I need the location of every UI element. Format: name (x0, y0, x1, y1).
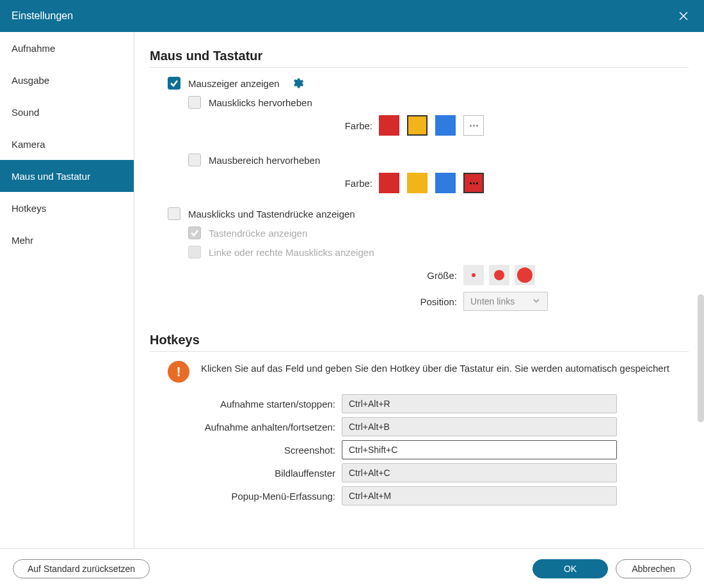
size-small[interactable] (463, 265, 484, 285)
click-color-swatches (379, 115, 484, 136)
swatch-area-more-colors[interactable] (463, 173, 484, 193)
swatch-red[interactable] (379, 115, 399, 136)
size-medium[interactable] (489, 265, 509, 285)
checkbox-show-keys (188, 226, 201, 239)
row-highlight-area: Mausbereich hervorheben (150, 154, 689, 166)
chevron-down-icon (532, 296, 541, 307)
sidebar: Aufnahme Ausgabe Sound Kamera Maus und T… (0, 32, 134, 548)
size-options (463, 265, 535, 285)
row-show-cursor: Mauszeiger anzeigen (150, 77, 689, 90)
sidebar-item-hotkeys[interactable]: Hotkeys (0, 192, 134, 224)
hotkey-label-scrollwin: Bildlauffenster (150, 468, 342, 479)
label-show-clicks-keys: Mausklicks und Tastendrücke anzeigen (188, 209, 355, 219)
check-icon (170, 79, 179, 88)
row-show-keys: Tastendrücke anzeigen (150, 226, 689, 239)
cursor-settings-button[interactable] (291, 77, 304, 90)
swatch-blue[interactable] (435, 115, 456, 136)
titlebar: Einstellungen (0, 0, 704, 32)
main-panel: Maus und Tastatur Mauszeiger anzeigen Ma… (134, 32, 704, 548)
scroll-area[interactable]: Maus und Tastatur Mauszeiger anzeigen Ma… (134, 32, 704, 548)
label-highlight-clicks: Mausklicks hervorheben (209, 97, 312, 108)
section-title-mouse: Maus und Tastatur (150, 49, 689, 68)
label-highlight-area: Mausbereich hervorheben (209, 155, 320, 166)
checkbox-show-lr-clicks (188, 246, 201, 258)
label-area-color: Farbe: (150, 178, 379, 189)
checkbox-show-cursor[interactable] (168, 77, 180, 90)
footer: Auf Standard zurücksetzen OK Abbrechen (0, 548, 704, 588)
label-size: Größe: (150, 270, 463, 281)
sidebar-item-kamera[interactable]: Kamera (0, 128, 134, 160)
row-show-lr-clicks: Linke oder rechte Mausklicks anzeigen (150, 246, 689, 258)
sidebar-item-sound[interactable]: Sound (0, 96, 134, 128)
area-color-swatches (379, 173, 484, 193)
sidebar-item-mehr[interactable]: Mehr (0, 224, 134, 256)
label-position: Position: (150, 296, 463, 307)
swatch-area-yellow[interactable] (407, 173, 428, 193)
circle-icon (494, 270, 504, 280)
row-area-color: Farbe: (150, 173, 689, 193)
checkbox-show-clicks-keys[interactable] (168, 207, 180, 220)
circle-icon (472, 273, 476, 277)
label-click-color: Farbe: (150, 120, 379, 131)
close-icon (678, 11, 689, 21)
swatch-more-colors[interactable] (463, 115, 484, 136)
sidebar-item-maus-tastatur[interactable]: Maus und Tastatur (0, 160, 134, 192)
row-show-clicks-keys: Mausklicks und Tastendrücke anzeigen (150, 207, 689, 220)
checkbox-highlight-area[interactable] (188, 154, 201, 166)
hotkey-label-popup: Popup-Menü-Erfassung: (150, 491, 342, 502)
size-large[interactable] (515, 265, 535, 285)
hotkey-input-popup[interactable]: Ctrl+Alt+M (342, 486, 617, 505)
ok-button[interactable]: OK (532, 559, 608, 578)
position-value: Unten links (470, 296, 515, 306)
hotkey-label-pause: Aufnahme anhalten/fortsetzen: (150, 422, 342, 433)
more-dot-icon (470, 125, 472, 127)
hotkey-row-pause: Aufnahme anhalten/fortsetzen: Ctrl+Alt+B (150, 417, 689, 436)
hotkey-input-scrollwin[interactable]: Ctrl+Alt+C (342, 463, 617, 482)
scrollbar-thumb[interactable] (698, 294, 704, 422)
sidebar-item-ausgabe[interactable]: Ausgabe (0, 64, 134, 96)
hotkeys-info-text: Klicken Sie auf das Feld und geben Sie d… (201, 361, 669, 375)
hotkey-input-screenshot[interactable]: Ctrl+Shift+C (342, 440, 617, 459)
swatch-area-red[interactable] (379, 173, 399, 193)
sidebar-item-aufnahme[interactable]: Aufnahme (0, 32, 134, 64)
info-icon: ! (168, 361, 189, 383)
position-select[interactable]: Unten links (463, 292, 548, 311)
gear-icon (291, 77, 304, 90)
hotkey-input-record[interactable]: Ctrl+Alt+R (342, 394, 617, 413)
row-highlight-clicks: Mausklicks hervorheben (150, 96, 689, 109)
circle-icon (517, 267, 532, 283)
checkbox-highlight-clicks[interactable] (188, 96, 201, 109)
row-click-color: Farbe: (150, 115, 689, 136)
section-title-hotkeys: Hotkeys (150, 333, 689, 352)
hotkey-row-screenshot: Screenshot: Ctrl+Shift+C (150, 440, 689, 459)
label-show-lr-clicks: Linke oder rechte Mausklicks anzeigen (209, 247, 374, 258)
label-show-keys: Tastendrücke anzeigen (209, 228, 307, 239)
hotkey-row-popup: Popup-Menü-Erfassung: Ctrl+Alt+M (150, 486, 689, 505)
hotkey-label-screenshot: Screenshot: (150, 445, 342, 456)
settings-window: Einstellungen Aufnahme Ausgabe Sound Kam… (0, 0, 704, 588)
check-icon (190, 228, 199, 237)
reset-defaults-button[interactable]: Auf Standard zurücksetzen (13, 559, 150, 578)
row-position: Position: Unten links (150, 292, 689, 311)
hotkeys-info-row: ! Klicken Sie auf das Feld und geben Sie… (150, 361, 689, 383)
label-show-cursor: Mauszeiger anzeigen (188, 78, 280, 89)
close-button[interactable] (675, 7, 692, 25)
more-dot-icon (470, 182, 472, 184)
cancel-button[interactable]: Abbrechen (616, 559, 691, 578)
hotkey-input-pause[interactable]: Ctrl+Alt+B (342, 417, 617, 436)
hotkey-row-scrollwin: Bildlauffenster Ctrl+Alt+C (150, 463, 689, 482)
swatch-area-blue[interactable] (435, 173, 456, 193)
hotkey-label-record: Aufnahme starten/stoppen: (150, 399, 342, 409)
swatch-yellow[interactable] (407, 115, 428, 136)
row-size: Größe: (150, 265, 689, 285)
window-title: Einstellungen (12, 10, 73, 22)
hotkey-row-record: Aufnahme starten/stoppen: Ctrl+Alt+R (150, 394, 689, 413)
body: Aufnahme Ausgabe Sound Kamera Maus und T… (0, 32, 704, 548)
